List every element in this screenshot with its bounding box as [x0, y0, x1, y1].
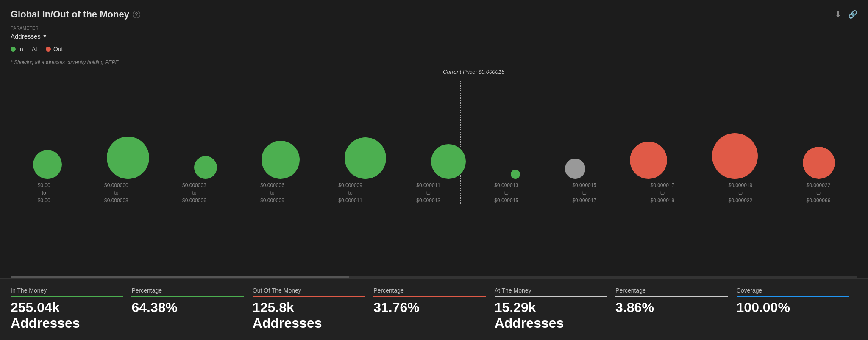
at-pct-value: 3.86%	[615, 300, 728, 315]
axis-label-text: to	[426, 189, 431, 197]
parameter-label: PARAMETER	[11, 26, 857, 31]
axis-label-text: to	[582, 189, 587, 197]
bubble-col-2	[194, 77, 217, 179]
current-price-label: Current Price: $0.000015	[443, 69, 504, 75]
bubble-col-0	[33, 77, 62, 179]
bubble-1	[107, 137, 149, 179]
axis-label-text: $0.000022	[807, 181, 831, 189]
bubble-col-1	[107, 77, 149, 179]
in-pct-value: 64.38%	[131, 300, 244, 315]
axis-label-text: $0.000009	[260, 197, 284, 204]
legend-at: At	[32, 46, 37, 53]
stat-at-pct: Percentage 3.86%	[615, 287, 736, 315]
label-col-4: $0.000009to$0.000011	[338, 181, 362, 204]
bubble-col-6	[511, 77, 520, 179]
axis-label-text: $0.000006	[260, 181, 284, 189]
chart-title: Global In/Out of the Money ?	[11, 9, 140, 20]
out-money-label: Out Of The Money	[253, 287, 365, 297]
stat-at-the-money: At The Money 15.29k Addresses	[495, 287, 615, 331]
bubble-3	[262, 141, 300, 179]
coverage-value: 100.00%	[737, 300, 849, 315]
stats-bar: In The Money 255.04k Addresses Percentag…	[0, 278, 868, 340]
label-col-8: $0.000017to$0.000019	[650, 181, 674, 204]
bubble-4	[345, 137, 386, 179]
label-col-1: $0.000000to$0.000003	[104, 181, 128, 204]
bubble-col-3	[262, 77, 300, 179]
axis-label-text: to	[504, 189, 509, 197]
bubble-col-10	[803, 77, 835, 179]
chart-area: Current Price: $0.000015 $0.00to$0.00$0.…	[11, 69, 857, 204]
help-icon[interactable]: ?	[133, 11, 140, 18]
label-col-6: $0.000013to$0.000015	[494, 181, 518, 204]
chart-note: * Showing all addresses currently holdin…	[11, 59, 857, 65]
download-icon[interactable]: ⬇	[835, 10, 841, 19]
bubble-2	[194, 156, 217, 179]
axis-label-text: to	[42, 189, 46, 197]
axis-label-text: $0.000003	[104, 197, 128, 204]
in-money-label: In The Money	[11, 287, 123, 297]
bubble-7	[565, 159, 585, 179]
header-icons: ⬇ 🔗	[835, 10, 857, 19]
stat-coverage: Coverage 100.00%	[737, 287, 857, 315]
label-col-5: $0.000011to$0.000013	[416, 181, 440, 204]
chevron-down-icon: ▾	[43, 32, 47, 40]
axis-label-text: $0.000013	[494, 181, 518, 189]
parameter-section: PARAMETER Addresses ▾	[11, 26, 857, 46]
label-col-10: $0.000022to$0.000066	[807, 181, 831, 204]
axis-label-text: $0.000000	[104, 181, 128, 189]
header-row: Global In/Out of the Money ? ⬇ 🔗	[11, 9, 857, 20]
axis-label-text: $0.00	[38, 197, 50, 204]
bubble-col-7	[565, 77, 585, 179]
main-container: Global In/Out of the Money ? ⬇ 🔗 PARAMET…	[0, 0, 868, 340]
bubble-col-9	[712, 77, 758, 179]
out-dot	[46, 47, 51, 52]
in-money-value: 255.04k Addresses	[11, 300, 123, 331]
axis-label-text: to	[192, 189, 196, 197]
axis-label-text: $0.000019	[729, 181, 753, 189]
at-money-label: At The Money	[495, 287, 607, 297]
bubble-6	[511, 170, 520, 179]
title-text: Global In/Out of the Money	[11, 9, 129, 20]
label-col-0: $0.00to$0.00	[38, 181, 50, 204]
label-col-2: $0.000003to$0.000006	[182, 181, 206, 204]
axis-label-text: $0.000017	[572, 197, 596, 204]
axis-label-text: $0.000015	[494, 197, 518, 204]
out-money-value: 125.8k Addresses	[253, 300, 365, 331]
legend-out-label: Out	[53, 46, 63, 53]
bubbles-row	[11, 77, 857, 179]
at-pct-label: Percentage	[615, 287, 728, 297]
coverage-label: Coverage	[737, 287, 849, 297]
axis-label-text: $0.000017	[650, 181, 674, 189]
axis-label-text: $0.000003	[182, 181, 206, 189]
bubble-col-4	[345, 77, 386, 179]
axis-label-text: to	[348, 189, 353, 197]
bubble-col-8	[630, 77, 667, 179]
axis-label-text: to	[738, 189, 743, 197]
legend-in-label: In	[18, 46, 23, 53]
axis-label-text: $0.00	[38, 181, 50, 189]
axis-label-text: $0.000022	[729, 197, 753, 204]
legend-at-label: At	[32, 46, 37, 53]
out-pct-value: 31.76%	[373, 300, 486, 315]
bubble-10	[803, 147, 835, 179]
stat-out-pct: Percentage 31.76%	[373, 287, 494, 315]
axis-label-text: $0.000011	[416, 181, 440, 189]
stat-in-pct: Percentage 64.38%	[131, 287, 252, 315]
axis-label-text: $0.000019	[650, 197, 674, 204]
out-pct-label: Percentage	[373, 287, 486, 297]
bubble-5	[431, 144, 466, 179]
axis-label-text: $0.000009	[338, 181, 362, 189]
legend-out: Out	[46, 46, 63, 53]
bubble-9	[712, 133, 758, 179]
axis-label-text: to	[816, 189, 821, 197]
parameter-select[interactable]: Addresses ▾	[11, 32, 47, 40]
axis-label-text: $0.000013	[416, 197, 440, 204]
bubble-8	[630, 142, 667, 179]
link-icon[interactable]: 🔗	[848, 10, 857, 19]
label-col-3: $0.000006to$0.000009	[260, 181, 284, 204]
label-col-7: $0.000015to$0.000017	[572, 181, 596, 204]
axis-line	[11, 181, 857, 181]
in-pct-label: Percentage	[131, 287, 244, 297]
axis-label-text: $0.000006	[182, 197, 206, 204]
legend-in: In	[11, 46, 23, 53]
